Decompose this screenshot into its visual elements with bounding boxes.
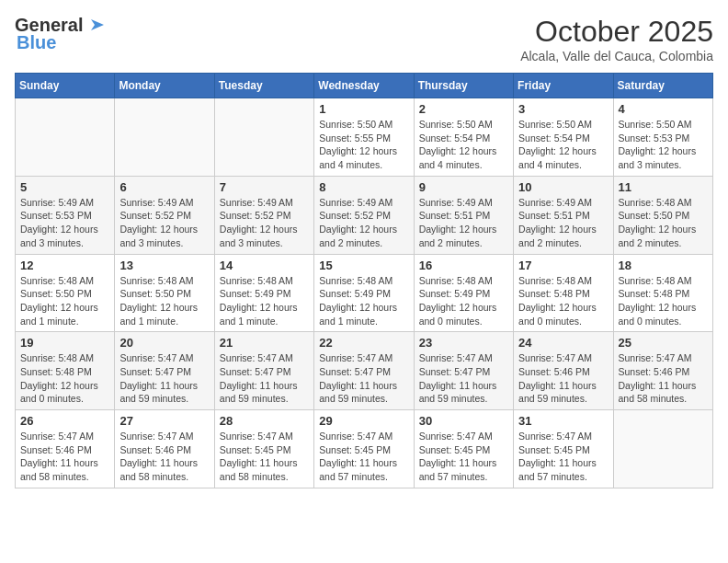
day-info: Sunrise: 5:47 AM Sunset: 5:47 PM Dayligh… [220, 351, 309, 406]
day-number: 11 [619, 180, 708, 194]
calendar-table: SundayMondayTuesdayWednesdayThursdayFrid… [15, 73, 713, 488]
day-number: 30 [419, 414, 508, 428]
calendar-cell: 31Sunrise: 5:47 AM Sunset: 5:45 PM Dayli… [514, 410, 613, 488]
day-number: 6 [119, 180, 209, 194]
calendar-cell: 20Sunrise: 5:47 AM Sunset: 5:47 PM Dayli… [115, 332, 214, 410]
day-number: 8 [319, 180, 408, 194]
day-info: Sunrise: 5:47 AM Sunset: 5:47 PM Dayligh… [419, 351, 508, 406]
day-info: Sunrise: 5:47 AM Sunset: 5:45 PM Dayligh… [220, 430, 309, 484]
calendar-cell: 15Sunrise: 5:48 AM Sunset: 5:49 PM Dayli… [314, 254, 414, 332]
calendar-cell: 9Sunrise: 5:49 AM Sunset: 5:51 PM Daylig… [414, 176, 513, 254]
weekday-header-sunday: Sunday [16, 74, 115, 98]
calendar-cell: 30Sunrise: 5:47 AM Sunset: 5:45 PM Dayli… [414, 410, 513, 488]
calendar-week-2: 5Sunrise: 5:49 AM Sunset: 5:53 PM Daylig… [16, 176, 713, 254]
calendar-cell [115, 98, 214, 177]
day-info: Sunrise: 5:48 AM Sunset: 5:50 PM Dayligh… [20, 274, 109, 328]
day-number: 5 [20, 180, 109, 194]
day-info: Sunrise: 5:48 AM Sunset: 5:49 PM Dayligh… [419, 274, 508, 328]
weekday-header-thursday: Thursday [414, 74, 513, 98]
day-info: Sunrise: 5:49 AM Sunset: 5:52 PM Dayligh… [319, 196, 408, 250]
day-number: 24 [518, 336, 608, 350]
calendar-cell: 14Sunrise: 5:48 AM Sunset: 5:49 PM Dayli… [214, 254, 313, 332]
day-number: 9 [419, 180, 508, 194]
calendar-week-1: 1Sunrise: 5:50 AM Sunset: 5:55 PM Daylig… [16, 98, 713, 177]
day-info: Sunrise: 5:48 AM Sunset: 5:48 PM Dayligh… [619, 274, 708, 328]
calendar-cell: 7Sunrise: 5:49 AM Sunset: 5:52 PM Daylig… [214, 176, 313, 254]
day-number: 22 [319, 336, 408, 350]
calendar-cell: 28Sunrise: 5:47 AM Sunset: 5:45 PM Dayli… [214, 410, 313, 488]
logo: General Blue [15, 15, 105, 53]
day-number: 26 [20, 414, 109, 428]
calendar-cell [214, 98, 313, 177]
calendar-cell: 29Sunrise: 5:47 AM Sunset: 5:45 PM Dayli… [314, 410, 414, 488]
day-number: 25 [619, 336, 708, 350]
calendar-cell: 10Sunrise: 5:49 AM Sunset: 5:51 PM Dayli… [514, 176, 613, 254]
weekday-header-friday: Friday [514, 74, 613, 98]
day-info: Sunrise: 5:50 AM Sunset: 5:54 PM Dayligh… [419, 118, 508, 172]
day-number: 16 [419, 259, 508, 272]
day-number: 1 [319, 102, 408, 116]
location: Alcala, Valle del Cauca, Colombia [520, 49, 713, 63]
day-info: Sunrise: 5:50 AM Sunset: 5:53 PM Dayligh… [619, 118, 708, 172]
weekday-header-saturday: Saturday [613, 74, 712, 98]
day-number: 12 [20, 259, 109, 272]
calendar-cell: 5Sunrise: 5:49 AM Sunset: 5:53 PM Daylig… [16, 176, 115, 254]
logo-blue: Blue [17, 32, 56, 53]
day-info: Sunrise: 5:47 AM Sunset: 5:46 PM Dayligh… [619, 351, 708, 406]
day-number: 10 [518, 180, 608, 194]
calendar-cell: 3Sunrise: 5:50 AM Sunset: 5:54 PM Daylig… [514, 98, 613, 177]
calendar-cell [613, 410, 712, 488]
calendar-cell: 1Sunrise: 5:50 AM Sunset: 5:55 PM Daylig… [314, 98, 414, 177]
day-number: 13 [119, 259, 209, 272]
day-number: 4 [619, 102, 708, 116]
day-number: 19 [20, 336, 109, 350]
day-info: Sunrise: 5:48 AM Sunset: 5:49 PM Dayligh… [319, 274, 408, 328]
weekday-header-row: SundayMondayTuesdayWednesdayThursdayFrid… [16, 74, 713, 98]
day-info: Sunrise: 5:49 AM Sunset: 5:52 PM Dayligh… [220, 196, 309, 250]
calendar-cell: 6Sunrise: 5:49 AM Sunset: 5:52 PM Daylig… [115, 176, 214, 254]
day-info: Sunrise: 5:47 AM Sunset: 5:47 PM Dayligh… [319, 351, 408, 406]
month-title: October 2025 [520, 15, 713, 49]
day-info: Sunrise: 5:47 AM Sunset: 5:45 PM Dayligh… [319, 430, 408, 484]
calendar-cell: 19Sunrise: 5:48 AM Sunset: 5:48 PM Dayli… [16, 332, 115, 410]
day-info: Sunrise: 5:47 AM Sunset: 5:45 PM Dayligh… [518, 430, 608, 484]
calendar-cell: 21Sunrise: 5:47 AM Sunset: 5:47 PM Dayli… [214, 332, 313, 410]
day-number: 2 [419, 102, 508, 116]
day-info: Sunrise: 5:48 AM Sunset: 5:50 PM Dayligh… [119, 274, 209, 328]
day-number: 15 [319, 259, 408, 272]
weekday-header-monday: Monday [115, 74, 214, 98]
calendar-cell: 13Sunrise: 5:48 AM Sunset: 5:50 PM Dayli… [115, 254, 214, 332]
day-info: Sunrise: 5:47 AM Sunset: 5:46 PM Dayligh… [20, 430, 109, 484]
calendar-cell: 26Sunrise: 5:47 AM Sunset: 5:46 PM Dayli… [16, 410, 115, 488]
day-info: Sunrise: 5:47 AM Sunset: 5:45 PM Dayligh… [419, 430, 508, 484]
day-number: 20 [119, 336, 209, 350]
calendar-cell: 11Sunrise: 5:48 AM Sunset: 5:50 PM Dayli… [613, 176, 712, 254]
day-info: Sunrise: 5:49 AM Sunset: 5:53 PM Dayligh… [20, 196, 109, 250]
calendar-week-4: 19Sunrise: 5:48 AM Sunset: 5:48 PM Dayli… [16, 332, 713, 410]
day-number: 31 [518, 414, 608, 428]
day-info: Sunrise: 5:49 AM Sunset: 5:52 PM Dayligh… [119, 196, 209, 250]
day-number: 27 [119, 414, 209, 428]
day-number: 28 [220, 414, 309, 428]
calendar-cell: 4Sunrise: 5:50 AM Sunset: 5:53 PM Daylig… [613, 98, 712, 177]
day-number: 14 [220, 259, 309, 272]
day-info: Sunrise: 5:49 AM Sunset: 5:51 PM Dayligh… [419, 196, 508, 250]
calendar-week-5: 26Sunrise: 5:47 AM Sunset: 5:46 PM Dayli… [16, 410, 713, 488]
calendar-cell: 22Sunrise: 5:47 AM Sunset: 5:47 PM Dayli… [314, 332, 414, 410]
day-info: Sunrise: 5:48 AM Sunset: 5:48 PM Dayligh… [20, 351, 109, 406]
weekday-header-tuesday: Tuesday [214, 74, 313, 98]
day-info: Sunrise: 5:48 AM Sunset: 5:48 PM Dayligh… [518, 274, 608, 328]
calendar-cell: 23Sunrise: 5:47 AM Sunset: 5:47 PM Dayli… [414, 332, 513, 410]
day-info: Sunrise: 5:48 AM Sunset: 5:50 PM Dayligh… [619, 196, 708, 250]
day-info: Sunrise: 5:50 AM Sunset: 5:54 PM Dayligh… [518, 118, 608, 172]
svg-marker-0 [91, 19, 104, 30]
calendar-cell: 16Sunrise: 5:48 AM Sunset: 5:49 PM Dayli… [414, 254, 513, 332]
title-section: October 2025 Alcala, Valle del Cauca, Co… [520, 15, 713, 63]
calendar-cell: 24Sunrise: 5:47 AM Sunset: 5:46 PM Dayli… [514, 332, 613, 410]
calendar-cell: 12Sunrise: 5:48 AM Sunset: 5:50 PM Dayli… [16, 254, 115, 332]
calendar-cell [16, 98, 115, 177]
logo-bird-icon [84, 17, 104, 34]
day-number: 23 [419, 336, 508, 350]
day-info: Sunrise: 5:49 AM Sunset: 5:51 PM Dayligh… [518, 196, 608, 250]
calendar-cell: 8Sunrise: 5:49 AM Sunset: 5:52 PM Daylig… [314, 176, 414, 254]
